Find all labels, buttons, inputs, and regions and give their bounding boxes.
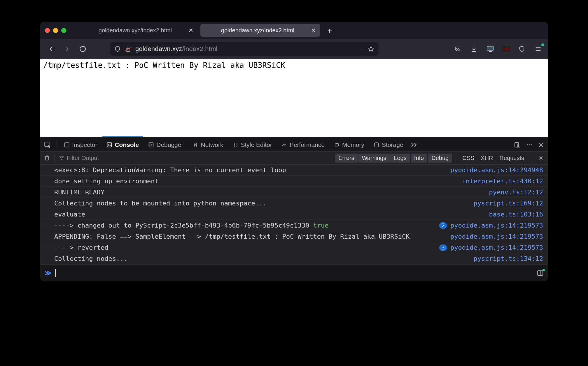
svg-point-7 [374, 143, 378, 144]
log-message: Collecting nodes to be mounted into pyth… [54, 200, 474, 207]
app-menu-button[interactable] [534, 45, 542, 53]
svg-rect-6 [335, 144, 339, 146]
divider [57, 141, 57, 149]
tab-strip: goldendawn.xyz/index2.html ✕ goldendawn.… [40, 22, 548, 39]
clear-console-icon[interactable] [44, 155, 50, 161]
log-row[interactable]: ----> changed out to PyScript-2c3e5bff-b… [40, 220, 548, 231]
filter-xhr[interactable]: XHR [478, 154, 496, 163]
log-row[interactable]: Collecting nodes...pyscript.ts:134:12 [40, 253, 548, 264]
console-input[interactable]: ≫ [40, 264, 548, 281]
log-source-link[interactable]: pyscript.ts:169:12 [474, 200, 543, 207]
log-source-link[interactable]: pyscript.ts:134:12 [474, 255, 543, 262]
log-message: evaluate [54, 211, 489, 218]
filter-requests[interactable]: Requests [497, 154, 527, 163]
devtools-tab-memory[interactable]: Memory [330, 139, 368, 151]
log-source-link[interactable]: interpreter.ts:430:12 [462, 177, 543, 185]
tracking-shield-icon[interactable] [114, 46, 121, 52]
log-source-link[interactable]: pyodide.asm.js:14:294948 [450, 166, 543, 174]
svg-rect-14 [538, 271, 543, 275]
devtools-tab-style-editor[interactable]: Style Editor [229, 139, 276, 151]
downloads-icon[interactable] [470, 45, 478, 53]
count-badge: 2 [439, 222, 447, 229]
log-row[interactable]: evaluatebase.ts:103:16 [40, 209, 548, 220]
devtools-tab-network[interactable]: Network [188, 139, 227, 151]
zoom-window-button[interactable] [61, 28, 66, 33]
ublock-icon[interactable]: uB [502, 46, 510, 52]
notification-dot-icon [542, 269, 545, 271]
svg-point-10 [527, 144, 528, 145]
log-message: Collecting nodes... [54, 255, 474, 262]
prompt-icon: ≫ [44, 269, 52, 277]
screen-icon[interactable] [486, 45, 495, 53]
log-message: ----> reverted [54, 244, 439, 251]
log-source-link[interactable]: pyodide.asm.js:14:219573 [450, 233, 543, 240]
devtools-tab-performance[interactable]: Performance [277, 139, 329, 151]
svg-point-13 [540, 157, 542, 159]
devtools-tab-storage[interactable]: Storage [370, 139, 407, 151]
log-message: RUNTIME READY [54, 189, 489, 196]
log-row[interactable]: <exec>:8: DeprecationWarning: There is n… [40, 165, 548, 176]
page-text: /tmp/testfile.txt : PoC Written By Rizal… [43, 61, 285, 70]
log-row[interactable]: done setting up environmentinterpreter.t… [40, 176, 548, 187]
divider [54, 154, 55, 162]
more-tabs-icon[interactable] [410, 142, 418, 148]
log-source-link[interactable]: 2pyodide.asm.js:14:219573 [439, 222, 543, 229]
url-bar[interactable]: goldendawn.xyz/index2.html [110, 42, 379, 56]
log-row[interactable]: APPENDING: False ==> SampleElement --> /… [40, 231, 548, 242]
toolbar-right: uB [453, 45, 542, 53]
tab-title: goldendawn.xyz/index2.html [204, 27, 311, 34]
filter-input[interactable]: Filter Output [59, 155, 99, 161]
close-tab-icon[interactable]: ✕ [311, 27, 316, 34]
devtools-panel: Inspector Console Debugger Network Style… [40, 137, 548, 281]
log-source-link[interactable]: pyenv.ts:12:12 [489, 189, 543, 196]
log-row[interactable]: RUNTIME READYpyenv.ts:12:12 [40, 187, 548, 198]
svg-rect-9 [518, 144, 520, 147]
divider [531, 154, 531, 162]
notification-dot-icon [541, 43, 544, 46]
console-settings-icon[interactable] [538, 155, 544, 161]
forward-button[interactable] [61, 43, 73, 55]
devtools-tabs: Inspector Console Debugger Network Style… [40, 137, 548, 151]
toolbar: goldendawn.xyz/index2.html uB [40, 39, 548, 59]
back-button[interactable] [46, 43, 57, 55]
count-badge: 3 [439, 244, 447, 251]
divider [456, 154, 456, 162]
tab-title: goldendawn.xyz/index2.html [82, 27, 188, 34]
level-info[interactable]: Info [411, 154, 427, 163]
log-message: APPENDING: False ==> SampleElement --> /… [54, 233, 450, 240]
close-tab-icon[interactable]: ✕ [188, 27, 193, 34]
log-message: ----> changed out to PyScript-2c3e5bff-b… [54, 222, 439, 229]
devtools-tab-debugger[interactable]: Debugger [144, 139, 187, 151]
log-row[interactable]: ----> reverted3pyodide.asm.js:14:219573 [40, 242, 548, 253]
reload-button[interactable] [77, 43, 89, 55]
pocket-icon[interactable] [453, 45, 462, 53]
bookmark-star-icon[interactable] [368, 45, 374, 52]
minimize-window-button[interactable] [53, 28, 58, 33]
log-message: <exec>:8: DeprecationWarning: There is n… [54, 166, 450, 174]
close-devtools-icon[interactable] [538, 142, 544, 148]
svg-point-11 [529, 144, 530, 145]
devtools-tab-inspector[interactable]: Inspector [60, 139, 101, 151]
svg-rect-8 [515, 142, 519, 147]
responsive-mode-icon[interactable] [514, 141, 521, 148]
level-errors[interactable]: Errors [335, 154, 358, 163]
level-logs[interactable]: Logs [390, 154, 410, 163]
tab-1[interactable]: goldendawn.xyz/index2.html ✕ [200, 24, 320, 37]
split-console-icon[interactable] [537, 270, 544, 277]
close-window-button[interactable] [45, 28, 50, 33]
url-text: goldendawn.xyz/index2.html [135, 45, 218, 53]
log-source-link[interactable]: 3pyodide.asm.js:14:219573 [439, 244, 543, 251]
log-row[interactable]: Collecting nodes to be mounted into pyth… [40, 198, 548, 209]
log-source-link[interactable]: base.ts:103:16 [489, 211, 543, 218]
extension-shield-icon[interactable] [517, 45, 526, 53]
filter-css[interactable]: CSS [459, 154, 477, 163]
tab-0[interactable]: goldendawn.xyz/index2.html ✕ [78, 24, 197, 37]
level-debug[interactable]: Debug [428, 154, 452, 163]
devtools-tab-console[interactable]: Console [102, 139, 143, 151]
svg-rect-1 [487, 46, 494, 50]
level-warnings[interactable]: Warnings [358, 154, 390, 163]
kebab-menu-icon[interactable] [526, 142, 533, 148]
new-tab-button[interactable]: ＋ [325, 25, 335, 35]
insecure-lock-icon[interactable] [125, 46, 131, 52]
element-picker-icon[interactable] [44, 141, 51, 149]
